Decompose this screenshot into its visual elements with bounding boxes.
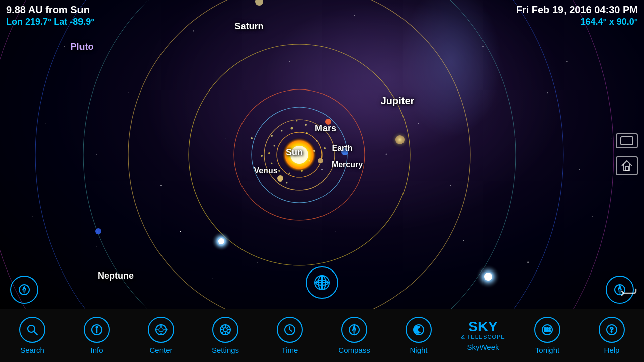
earth-label: Earth — [332, 144, 353, 153]
help-nav-label: Help — [604, 346, 620, 354]
back-button[interactable] — [620, 286, 638, 304]
stars-layer — [0, 0, 644, 309]
sky-text: SKY — [468, 320, 498, 334]
nav-compass[interactable]: Compass — [322, 312, 386, 359]
window-button[interactable] — [616, 133, 638, 148]
right-buttons — [616, 133, 638, 175]
nav-help[interactable]: ? Help — [580, 312, 644, 359]
svg-line-79 — [290, 330, 292, 331]
search-nav-label: Search — [20, 346, 44, 354]
skyweek-brand-icon: SKY & TELESCOPE — [461, 320, 505, 340]
compass-nav-label: Compass — [338, 346, 370, 354]
night-nav-label: Night — [410, 346, 427, 354]
skyweek-nav-label: SkyWeek — [467, 343, 499, 351]
svg-line-76 — [222, 332, 223, 334]
nav-settings[interactable]: Settings — [193, 312, 258, 359]
svg-line-57 — [34, 332, 38, 335]
nav-night[interactable]: Night — [386, 312, 451, 359]
compass-nav-icon — [341, 317, 367, 343]
svg-point-68 — [223, 328, 227, 332]
svg-rect-89 — [544, 330, 546, 332]
tonight-nav-icon — [534, 317, 560, 343]
svg-marker-46 — [23, 287, 26, 290]
nav-center[interactable]: Center — [129, 312, 193, 359]
tonight-nav-label: Tonight — [535, 346, 559, 354]
svg-line-75 — [228, 326, 229, 328]
top-left-info: 9.88 AU from Sun Lon 219.7° Lat -89.9° — [6, 4, 94, 27]
svg-rect-87 — [547, 328, 548, 329]
time-nav-label: Time — [282, 346, 298, 354]
svg-rect-86 — [544, 328, 546, 329]
svg-line-74 — [228, 332, 229, 334]
info-nav-icon — [84, 317, 110, 343]
time-nav-icon — [277, 317, 303, 343]
nav-skyweek[interactable]: SKY & TELESCOPE SkyWeek — [451, 315, 515, 356]
mercury-label: Mercury — [332, 160, 363, 169]
main-view: Sun Mercury Venus Earth Mars Jupiter Sat… — [0, 0, 644, 309]
svg-marker-47 — [23, 290, 26, 293]
pluto-label: Pluto — [71, 42, 94, 52]
distance-label: 9.88 AU from Sun — [6, 4, 94, 16]
svg-point-62 — [159, 328, 163, 332]
bottom-nav: Search Info Center — [0, 309, 644, 362]
jupiter-label: Jupiter — [381, 95, 415, 107]
nav-tonight[interactable]: Tonight — [515, 312, 580, 359]
venus-label: Venus — [254, 166, 277, 175]
svg-rect-88 — [549, 328, 550, 329]
svg-point-60 — [96, 327, 98, 328]
top-bar: 9.88 AU from Sun Lon 219.7° Lat -89.9° F… — [0, 0, 644, 31]
night-nav-icon — [406, 317, 432, 343]
globe-button[interactable] — [306, 266, 338, 299]
top-right-info: Fri Feb 19, 2016 04:30 PM 164.4° x 90.0° — [516, 4, 638, 27]
mars-label: Mars — [315, 123, 336, 134]
home-button[interactable] — [616, 156, 638, 175]
search-nav-icon — [19, 317, 45, 343]
info-nav-label: Info — [90, 346, 103, 354]
svg-rect-43 — [621, 137, 633, 145]
down-compass-button[interactable] — [10, 276, 38, 304]
nav-search[interactable]: Search — [0, 312, 64, 359]
help-nav-icon: ? — [599, 317, 625, 343]
nav-time[interactable]: Time — [258, 312, 322, 359]
center-nav-label: Center — [149, 346, 172, 354]
svg-line-73 — [222, 326, 223, 328]
svg-rect-44 — [625, 167, 628, 170]
settings-nav-icon — [212, 317, 238, 343]
svg-rect-91 — [549, 330, 550, 332]
fov-label: 164.4° x 90.0° — [581, 17, 638, 27]
nav-info[interactable]: Info — [64, 312, 129, 359]
center-nav-icon — [148, 317, 174, 343]
datetime-label: Fri Feb 19, 2016 04:30 PM — [516, 4, 638, 16]
svg-text:?: ? — [610, 326, 614, 334]
svg-rect-90 — [547, 330, 548, 332]
lon-lat-label: Lon 219.7° Lat -89.9° — [6, 17, 94, 27]
bottom-overlay — [0, 276, 644, 304]
sun-label: Sun — [286, 147, 303, 158]
telescope-text: & TELESCOPE — [461, 334, 505, 340]
settings-nav-label: Settings — [212, 346, 239, 354]
